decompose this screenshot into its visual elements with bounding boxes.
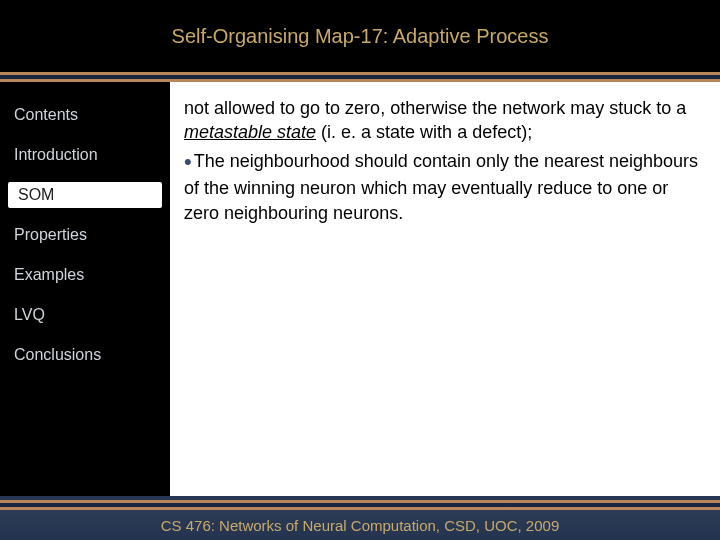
paragraph-2: •The neighbourhood should contain only t…	[184, 147, 702, 225]
body-row: Contents Introduction SOM Properties Exa…	[0, 82, 720, 496]
sidebar-item-introduction[interactable]: Introduction	[0, 142, 170, 168]
p1-text-b: (i. e. a state with a defect);	[316, 122, 532, 142]
sidebar-item-som[interactable]: SOM	[8, 182, 162, 208]
sidebar-item-lvq[interactable]: LVQ	[0, 302, 170, 328]
p1-text-a: not allowed to go to zero, otherwise the…	[184, 98, 686, 118]
footer-text: CS 476: Networks of Neural Computation, …	[0, 510, 720, 540]
sidebar-item-examples[interactable]: Examples	[0, 262, 170, 288]
sidebar-item-properties[interactable]: Properties	[0, 222, 170, 248]
bullet-icon: •	[184, 149, 192, 174]
sidebar: Contents Introduction SOM Properties Exa…	[0, 82, 170, 496]
p1-emphasis: metastable state	[184, 122, 316, 142]
sidebar-item-contents[interactable]: Contents	[0, 102, 170, 128]
page-title: Self-Organising Map-17: Adaptive Process	[172, 25, 549, 48]
p2-text: The neighbourhood should contain only th…	[184, 150, 698, 222]
header-bar: Self-Organising Map-17: Adaptive Process	[0, 0, 720, 72]
content-area: not allowed to go to zero, otherwise the…	[170, 82, 720, 496]
slide: Self-Organising Map-17: Adaptive Process…	[0, 0, 720, 540]
footer-divider-group	[0, 500, 720, 510]
paragraph-1: not allowed to go to zero, otherwise the…	[184, 96, 702, 145]
sidebar-item-conclusions[interactable]: Conclusions	[0, 342, 170, 368]
